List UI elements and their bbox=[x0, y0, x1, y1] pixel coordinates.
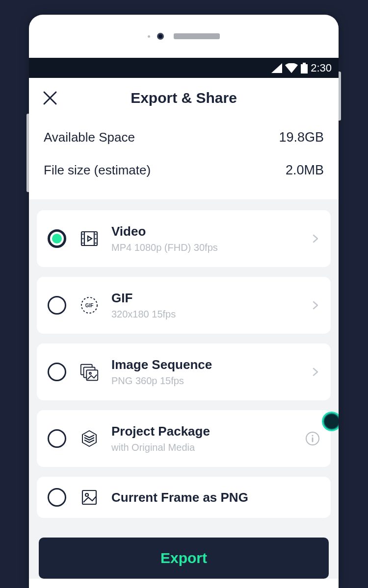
svg-rect-19 bbox=[312, 438, 314, 442]
svg-text:GIF: GIF bbox=[85, 303, 94, 308]
svg-point-10 bbox=[96, 243, 96, 244]
wifi-icon bbox=[285, 63, 298, 73]
radio-selected-icon[interactable] bbox=[48, 229, 66, 248]
sensor-dot bbox=[148, 35, 150, 38]
video-icon bbox=[79, 229, 100, 248]
radio-unselected-icon[interactable] bbox=[48, 363, 66, 381]
svg-point-8 bbox=[96, 234, 96, 235]
cell-signal-icon bbox=[271, 63, 282, 73]
device-bezel-top bbox=[29, 15, 339, 58]
radio-unselected-icon[interactable] bbox=[48, 296, 66, 315]
option-video[interactable]: Video MP4 1080p (FHD) 30fps bbox=[37, 210, 331, 267]
option-subtitle: with Original Media bbox=[111, 442, 305, 453]
file-size-label: File size (estimate) bbox=[44, 163, 151, 178]
option-subtitle: MP4 1080p (FHD) 30fps bbox=[111, 242, 311, 253]
image-icon bbox=[79, 488, 100, 507]
option-gif[interactable]: GIF GIF 320x180 15fps bbox=[37, 277, 331, 334]
info-icon[interactable] bbox=[305, 431, 320, 446]
option-subtitle: PNG 360p 15fps bbox=[111, 375, 311, 387]
project-package-icon bbox=[79, 429, 100, 448]
status-bar: 2:30 bbox=[29, 58, 339, 78]
option-title: GIF bbox=[111, 291, 311, 306]
floating-app-badge-icon[interactable] bbox=[323, 413, 339, 430]
svg-point-7 bbox=[83, 243, 83, 244]
option-title: Current Frame as PNG bbox=[111, 490, 320, 505]
svg-point-9 bbox=[96, 239, 96, 239]
option-current-frame-png[interactable]: Current Frame as PNG bbox=[37, 477, 331, 518]
file-size-value: 2.0MB bbox=[286, 163, 324, 178]
chevron-right-icon[interactable] bbox=[311, 234, 320, 243]
chevron-right-icon[interactable] bbox=[311, 301, 320, 310]
page-title: Export & Share bbox=[42, 90, 326, 106]
file-size-row: File size (estimate) 2.0MB bbox=[44, 154, 324, 187]
svg-rect-2 bbox=[81, 232, 97, 245]
svg-rect-0 bbox=[303, 63, 306, 64]
available-space-row: Available Space 19.8GB bbox=[44, 121, 324, 154]
header: Export & Share bbox=[29, 78, 339, 111]
screen: Export & Share Available Space 19.8GB Fi… bbox=[29, 78, 339, 579]
svg-point-5 bbox=[83, 234, 83, 235]
gif-icon: GIF bbox=[79, 295, 100, 315]
export-options: Video MP4 1080p (FHD) 30fps GIF GIF bbox=[29, 199, 339, 532]
available-space-label: Available Space bbox=[44, 130, 135, 145]
export-button[interactable]: Export bbox=[39, 538, 329, 579]
camera-dot bbox=[157, 33, 164, 40]
info-block: Available Space 19.8GB File size (estima… bbox=[29, 111, 339, 199]
option-subtitle: 320x180 15fps bbox=[111, 309, 311, 320]
option-title: Project Package bbox=[111, 424, 305, 439]
battery-icon bbox=[301, 63, 308, 74]
svg-point-21 bbox=[85, 493, 88, 496]
image-sequence-icon bbox=[79, 362, 100, 382]
svg-rect-20 bbox=[82, 490, 96, 504]
svg-rect-1 bbox=[301, 64, 308, 74]
radio-unselected-icon[interactable] bbox=[48, 429, 66, 448]
svg-point-6 bbox=[83, 239, 83, 239]
export-button-label: Export bbox=[160, 550, 207, 566]
speaker-grill bbox=[174, 33, 220, 39]
chevron-right-icon[interactable] bbox=[311, 368, 320, 376]
svg-point-18 bbox=[312, 435, 313, 436]
radio-unselected-icon[interactable] bbox=[48, 488, 66, 507]
option-image-sequence[interactable]: Image Sequence PNG 360p 15fps bbox=[37, 343, 331, 400]
option-project-package[interactable]: Project Package with Original Media bbox=[37, 410, 331, 467]
status-time: 2:30 bbox=[311, 62, 332, 74]
option-title: Image Sequence bbox=[111, 357, 311, 372]
device-frame: 2:30 Export & Share Available Space 19.8… bbox=[29, 15, 339, 588]
option-title: Video bbox=[111, 224, 311, 239]
available-space-value: 19.8GB bbox=[279, 130, 324, 145]
export-bar: Export bbox=[29, 532, 339, 579]
